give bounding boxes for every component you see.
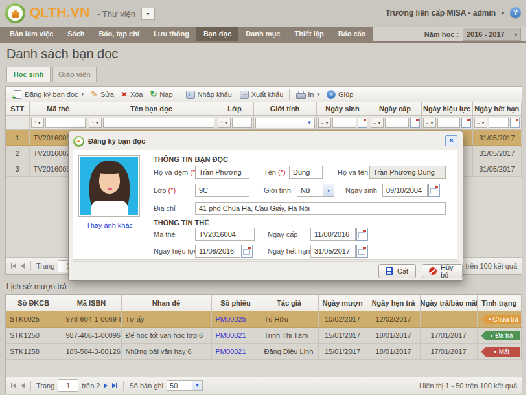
column-header[interactable]: Số phiếu (211, 295, 260, 311)
column-header[interactable]: Mã thẻ (29, 102, 87, 116)
import-button[interactable]: ↓ Nhập khẩu (183, 88, 235, 101)
prev-page-button[interactable] (20, 263, 25, 269)
calendar-icon[interactable] (410, 118, 420, 128)
nav-item-ban-doc[interactable]: Bạn đọc (196, 27, 238, 41)
calendar-icon[interactable] (510, 118, 520, 128)
calendar-icon[interactable] (241, 245, 253, 258)
ho-va-ten-field (369, 166, 446, 179)
filter-operator-icon[interactable]: *:▾ (89, 118, 102, 128)
first-page-button[interactable] (10, 382, 17, 389)
field-label: Lớp (*) (154, 184, 176, 197)
print-button[interactable]: In▾ (293, 88, 322, 101)
column-header[interactable]: Ngày trả/báo mất (420, 295, 477, 311)
help-icon[interactable]: ? (510, 7, 521, 18)
calendar-icon[interactable] (356, 228, 368, 241)
column-header[interactable]: Lớp (216, 102, 253, 116)
column-header[interactable]: STT (6, 102, 29, 116)
nav-item-danh-muc[interactable]: Danh mục (238, 27, 287, 41)
calendar-icon[interactable] (461, 118, 471, 128)
column-header[interactable]: Ngày mượn (318, 295, 367, 311)
calendar-icon[interactable] (428, 184, 440, 197)
lop-field[interactable] (195, 184, 249, 197)
add-reader-button[interactable]: + Đăng ký bạn đọc▾ (10, 88, 86, 101)
nav-item-luu-thong[interactable]: Lưu thông (146, 27, 196, 41)
save-button[interactable]: Cất (378, 264, 416, 278)
table-row[interactable]: STK0025 978-604-1-0069-8 Từ ấy PM00025 T… (6, 311, 522, 328)
filter-input-ngay-hieu-luc[interactable] (437, 118, 460, 128)
loan-slip-link[interactable]: PM00021 (216, 331, 246, 339)
ngay-sinh-field[interactable] (382, 184, 428, 197)
refresh-button[interactable]: ↻Nạp (147, 88, 175, 101)
dialog-title-bar[interactable]: Đăng ký bạn đọc (73, 135, 443, 148)
edit-icon: ✎ (91, 90, 98, 99)
column-header[interactable]: Ngày cấp (369, 102, 421, 116)
loan-slip-link[interactable]: PM00021 (216, 348, 246, 355)
filter-operator-icon[interactable]: =:▾ (423, 118, 436, 128)
user-menu[interactable]: Trường liên cấp MISA - admin ▼ (386, 8, 505, 17)
nav-item-sach[interactable]: Sách (60, 27, 91, 41)
filter-input-ngay-het-han[interactable] (489, 118, 509, 128)
calendar-icon[interactable] (356, 245, 368, 258)
table-row[interactable]: STK1250 987-406-1-00096-9 Để học tốt văn… (6, 328, 522, 344)
ma-the-field[interactable] (195, 228, 255, 241)
delete-button[interactable]: ✕Xóa (119, 88, 146, 101)
nav-item-thiet-lap[interactable]: Thiết lập (288, 27, 331, 41)
last-page-button[interactable] (111, 382, 118, 389)
chevron-down-icon: ▾ (318, 92, 320, 97)
ngay-cap-field[interactable] (310, 228, 356, 241)
module-dropdown-button[interactable]: ▼ (141, 8, 155, 20)
gioi-tinh-select[interactable]: Nữ ▼ (297, 184, 334, 197)
next-page-button[interactable] (103, 383, 108, 389)
filter-input-lop[interactable] (232, 118, 252, 128)
column-header[interactable]: Ngày hẹn trả (367, 295, 420, 311)
filter-operator-icon[interactable]: =:▾ (318, 118, 331, 128)
filter-input-ngay-sinh[interactable] (332, 118, 356, 128)
filter-operator-icon[interactable]: *:▾ (31, 118, 44, 128)
filter-select-gioi-tinh[interactable]: ▼ (255, 118, 315, 128)
column-header[interactable]: Tác giả (260, 295, 318, 311)
column-header[interactable]: Ngày hết hạn (472, 102, 522, 116)
app-logo-icon (5, 3, 25, 23)
ten-field[interactable] (289, 166, 323, 179)
filter-input-ma-the[interactable] (45, 118, 86, 128)
dia-chi-field[interactable] (195, 202, 446, 215)
column-header[interactable]: Ngày hiệu lực (421, 102, 472, 116)
close-button[interactable]: ✕ (445, 135, 457, 146)
column-header[interactable]: Mã ISBN (62, 295, 121, 311)
ngay-het-han-field[interactable] (310, 245, 356, 258)
school-year-select[interactable]: 2016 - 2017 ▾ (463, 28, 521, 41)
cancel-button[interactable]: Hủy bỏ (422, 264, 463, 278)
nav-item-ban-lam-viec[interactable]: Bàn làm việc (3, 27, 60, 41)
tab-giao-vien[interactable]: Giáo viên (52, 67, 97, 82)
column-header[interactable]: Tình trạng (477, 295, 522, 311)
edit-button[interactable]: ✎Sửa (88, 88, 117, 101)
filter-operator-icon[interactable]: =:▾ (474, 118, 487, 128)
column-header[interactable]: Ngày sinh (316, 102, 369, 116)
column-header[interactable]: Số ĐKCB (6, 295, 62, 311)
ho-va-dem-field[interactable] (195, 166, 249, 179)
tab-hoc-sinh[interactable]: Học sinh (6, 67, 51, 82)
page-number-input[interactable] (58, 379, 78, 392)
records-per-page-select[interactable]: 50▼ (167, 380, 203, 391)
loan-slip-link[interactable]: PM00025 (216, 315, 246, 323)
prev-page-button[interactable] (20, 383, 25, 389)
export-button[interactable]: → Xuất khẩu (237, 88, 286, 101)
first-page-button[interactable] (10, 263, 17, 270)
filter-input-ten[interactable] (103, 118, 214, 128)
column-header[interactable]: Giới tính (253, 102, 316, 116)
filter-input-ngay-cap[interactable] (385, 118, 409, 128)
table-row[interactable]: STK1258 185-504-3-00126-5 Những bài văn … (6, 344, 522, 360)
ngay-hieu-luc-field[interactable] (195, 245, 240, 258)
change-photo-link[interactable]: Thay ảnh khác (73, 221, 146, 229)
calendar-icon[interactable] (358, 118, 367, 128)
nav-item-bao-cao[interactable]: Báo cáo (331, 27, 373, 41)
column-header[interactable]: Tên bạn đọc (87, 102, 216, 116)
nav-item-bao-tap-chi[interactable]: Báo, tạp chí (92, 27, 146, 41)
column-header[interactable]: Nhan đề (121, 295, 211, 311)
filter-operator-icon[interactable]: *:▾ (218, 118, 231, 128)
brand-name: QLTH.VN (30, 5, 90, 20)
filter-operator-icon[interactable]: =:▾ (371, 118, 384, 128)
help-button[interactable]: ?Giúp (324, 88, 356, 101)
field-label: Ngày cấp (268, 228, 297, 241)
field-label: Giới tính (264, 184, 291, 197)
